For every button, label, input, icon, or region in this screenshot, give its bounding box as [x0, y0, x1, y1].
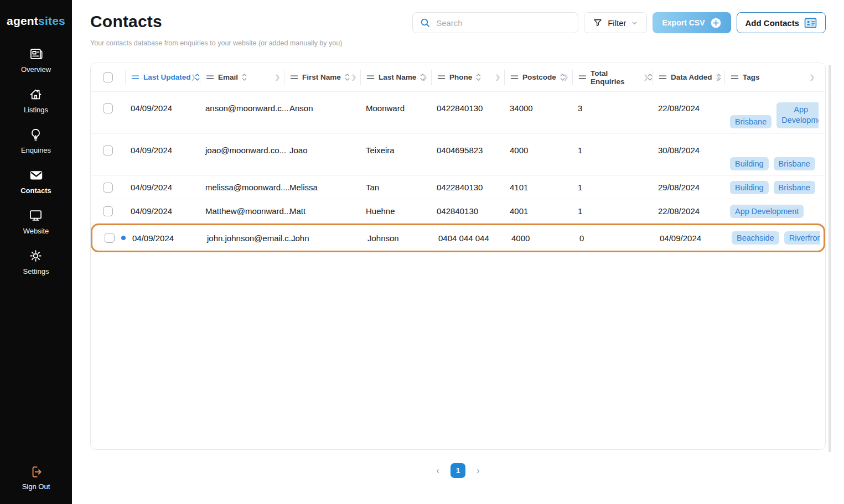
cell-postcode: 4000 — [506, 233, 574, 243]
drag-handle-icon — [437, 74, 446, 80]
tag-pill: Building — [730, 157, 769, 170]
sidebar-item-overview[interactable]: Overview — [21, 46, 51, 74]
select-all-checkbox[interactable] — [103, 72, 113, 82]
table-row[interactable]: 04/09/2024 melissa@moonward.... Melissa … — [91, 176, 825, 199]
overview-icon — [29, 46, 44, 61]
column-header-email[interactable]: Email ❯ — [200, 70, 284, 85]
tag-pill: App Development — [776, 102, 819, 128]
cell-date-added: 04/09/2024 — [654, 233, 726, 243]
column-resize-icon[interactable]: ❯ — [351, 74, 356, 81]
sign-out-label: Sign Out — [22, 482, 50, 491]
cell-total-enquiries: 1 — [572, 146, 653, 155]
column-header-data-added[interactable]: Data Added ❯ — [653, 70, 724, 85]
cell-last-updated: 04/09/2024 — [125, 146, 200, 155]
cell-tags: Building Brisbane — [724, 181, 819, 194]
next-page-icon[interactable]: › — [477, 465, 480, 476]
column-resize-icon[interactable]: ❯ — [495, 74, 500, 81]
column-label: Last Updated — [143, 73, 191, 81]
brand-logo: agentsites — [7, 14, 65, 28]
previous-page-icon[interactable]: ‹ — [436, 465, 439, 476]
export-csv-button[interactable]: Export CSV — [653, 12, 731, 33]
cell-email: melissa@moonward.... — [200, 183, 284, 192]
column-header-postcode[interactable]: Postcode ❯ — [504, 70, 572, 85]
cell-last-name: Moonward — [360, 103, 431, 113]
lightbulb-icon — [28, 127, 43, 142]
row-select-cell — [91, 146, 125, 155]
table-row[interactable]: 04/09/2024 Matthew@moonward... Matt Hueh… — [91, 199, 825, 224]
export-csv-label: Export CSV — [662, 18, 705, 27]
column-header-first-name[interactable]: First Name ❯ — [284, 70, 360, 85]
column-header-last-updated[interactable]: Last Updated ❯ — [125, 70, 200, 85]
cell-date-added: 29/08/2024 — [653, 183, 724, 192]
plus-circle-icon — [710, 17, 722, 29]
contacts-table: Last Updated ❯ Email ❯ First Name ❯ — [90, 63, 826, 450]
cell-last-updated: 04/09/2024 — [127, 233, 201, 243]
current-page-button[interactable]: 1 — [451, 463, 465, 478]
row-checkbox[interactable] — [103, 206, 113, 216]
tag-pill: Riverfront — [784, 231, 820, 245]
add-contacts-button[interactable]: Add Contacts — [737, 12, 826, 33]
brand-logo-secondary: sites — [38, 14, 65, 27]
column-header-total-enquiries[interactable]: Total Enquiries ❯ — [572, 70, 653, 85]
column-header-phone[interactable]: Phone ❯ — [431, 70, 504, 85]
row-checkbox[interactable] — [103, 103, 113, 113]
search-input[interactable] — [436, 18, 571, 28]
sidebar-item-enquiries[interactable]: Enquiries — [21, 127, 51, 154]
page-title-block: Contacts Your contacts database from enq… — [90, 12, 342, 47]
search-icon — [420, 17, 431, 28]
cell-tags: App Development — [724, 205, 819, 218]
cell-last-updated: 04/09/2024 — [125, 206, 200, 216]
column-header-last-name[interactable]: Last Name ❯ — [360, 70, 431, 85]
cell-phone: 0422840130 — [431, 183, 504, 192]
cell-total-enquiries: 0 — [574, 233, 654, 243]
sidebar-item-listings[interactable]: Listings — [24, 87, 48, 114]
column-header-tags[interactable]: Tags ❯ — [724, 70, 819, 85]
cell-first-name: Matt — [284, 206, 360, 216]
cell-postcode: 4000 — [504, 146, 572, 155]
cell-phone: 042840130 — [431, 206, 504, 216]
page-header: Contacts Your contacts database from enq… — [90, 12, 826, 47]
row-checkbox[interactable] — [103, 183, 113, 193]
table-row-highlighted[interactable]: 04/09/2024 john.johnson@email.c... John … — [91, 224, 825, 252]
column-resize-icon[interactable]: ❯ — [810, 74, 815, 81]
cell-last-updated: 04/09/2024 — [125, 103, 200, 113]
sidebar-item-contacts[interactable]: Contacts — [20, 168, 51, 195]
row-checkbox[interactable] — [105, 233, 115, 243]
cell-last-name: Huehne — [360, 206, 431, 216]
unread-dot — [121, 236, 126, 240]
sidebar-item-label: Listings — [24, 106, 48, 114]
pagination: ‹ 1 › — [90, 463, 826, 478]
drag-handle-icon — [731, 74, 739, 80]
column-resize-icon[interactable]: ❯ — [644, 74, 649, 81]
column-label: Tags — [743, 73, 760, 81]
column-resize-icon[interactable]: ❯ — [716, 74, 721, 81]
filter-button[interactable]: Filter — [584, 12, 647, 33]
search-box — [412, 12, 578, 33]
select-all-cell — [91, 72, 125, 82]
table-row[interactable]: 04/09/2024 anson@moonward.c... Anson Moo… — [91, 92, 825, 134]
column-resize-icon[interactable]: ❯ — [422, 74, 427, 81]
column-resize-icon[interactable]: ❯ — [275, 74, 280, 81]
monitor-icon — [28, 208, 43, 223]
app-window: agentsites Overview Listings Enquiries — [0, 0, 844, 504]
drag-handle-icon — [290, 74, 298, 80]
cell-date-added: 22/08/2024 — [653, 206, 724, 216]
sign-out-button[interactable]: Sign Out — [0, 465, 72, 491]
table-row[interactable]: 04/09/2024 joao@moonward.co... Joao Teix… — [91, 134, 825, 176]
main-content: Contacts Your contacts database from enq… — [72, 0, 844, 504]
sidebar-item-website[interactable]: Website — [23, 208, 49, 235]
column-resize-icon[interactable]: ❯ — [191, 74, 196, 81]
column-resize-icon[interactable]: ❯ — [563, 74, 568, 81]
drag-handle-icon — [131, 74, 139, 80]
cell-last-name: Teixeira — [360, 146, 431, 155]
sort-icon — [476, 73, 481, 81]
row-checkbox[interactable] — [103, 146, 113, 155]
table-scrollbar[interactable] — [829, 65, 831, 452]
filter-label: Filter — [608, 18, 626, 28]
cell-date-added: 22/08/2024 — [653, 103, 724, 113]
tag-pill: App Development — [730, 205, 804, 218]
column-label: Postcode — [522, 73, 556, 81]
sidebar-item-settings[interactable]: Settings — [23, 248, 49, 276]
drag-handle-icon — [578, 74, 587, 80]
column-label: Email — [218, 73, 238, 81]
